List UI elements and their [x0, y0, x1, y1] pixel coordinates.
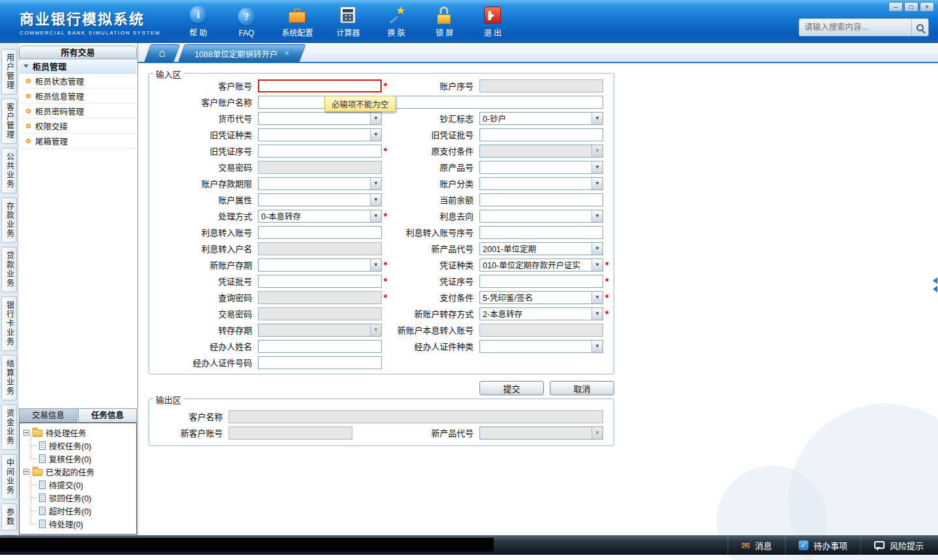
new-account-term-select[interactable]: ▼ [258, 259, 382, 272]
process-mode-select[interactable]: 0-本息转存▼ [258, 210, 382, 223]
toolbar-item-calculator[interactable]: 计算器 [335, 5, 361, 38]
operator-name-input[interactable] [258, 340, 382, 353]
chevron-down-icon[interactable]: ▼ [591, 341, 603, 352]
business-category-tab[interactable]: 资金业务 [1, 404, 17, 450]
required-star: * [603, 309, 612, 319]
chevron-down-icon[interactable]: ▼ [370, 113, 381, 124]
voucher-seq-input[interactable] [479, 275, 603, 288]
business-category-tab[interactable]: 参数 [1, 503, 17, 531]
statusbar-button-messages[interactable]: ✉消息 [728, 535, 785, 555]
tab-1088-unit-term-transfer-open[interactable]: 1088单位定期销转开户 × [178, 44, 306, 62]
tab-home[interactable]: ⌂ [144, 44, 180, 62]
sidebar-item[interactable]: 柜员状态管理 [19, 74, 137, 89]
cash-exchange-flag-select[interactable]: 0-钞户▼ [479, 112, 603, 125]
business-category-tab[interactable]: 存款业务 [1, 197, 17, 243]
close-button[interactable]: × [920, 2, 934, 12]
account-class-select[interactable]: ▼ [479, 177, 603, 190]
statusbar-button-todo[interactable]: ✓待办事项 [785, 535, 860, 555]
chevron-down-icon[interactable]: ▼ [370, 259, 381, 271]
new-transfer-mode-select[interactable]: 2-本息转存▼ [479, 307, 603, 320]
toolbar-item-skin[interactable]: ★换 肤 [383, 5, 409, 38]
chevron-down-icon[interactable]: ▼ [370, 178, 381, 189]
payment-condition-select[interactable]: 5-凭印鉴/签名▼ [479, 291, 603, 304]
cancel-button[interactable]: 取消 [550, 381, 614, 395]
old-voucher-seq-input[interactable] [258, 145, 382, 158]
sidebar-item[interactable]: 柜员信息管理 [19, 89, 137, 104]
chevron-down-icon[interactable]: ▼ [591, 292, 603, 303]
task-item[interactable]: 待处理(0) [23, 517, 136, 530]
task-item[interactable]: 驳回任务(0) [23, 491, 136, 504]
business-category-tab[interactable]: 银行卡业务 [1, 296, 17, 351]
new-product-code-select[interactable]: 2001-单位定期▼ [479, 242, 603, 255]
required-star: * [382, 292, 391, 303]
interest-in-account-seq-input[interactable] [479, 226, 603, 239]
toolbar-item-lock[interactable]: 锁 屏 [431, 5, 457, 38]
submit-button[interactable]: 提交 [479, 381, 544, 395]
risk-bubble-icon [874, 541, 885, 549]
interest-in-account-input[interactable] [258, 226, 382, 239]
task-item[interactable]: 复核任务(0) [23, 452, 136, 465]
business-category-tab[interactable]: 结算业务 [1, 355, 17, 400]
form-row: 凭证批号*凭证序号* [149, 273, 614, 289]
toolbar-item-help[interactable]: i帮 助 [185, 5, 211, 38]
chevron-down-icon[interactable]: ▼ [591, 113, 603, 124]
deposit-term-select[interactable]: ▼ [258, 177, 382, 190]
chevron-down-icon[interactable]: ▼ [591, 259, 603, 271]
business-category-tab[interactable]: 公共业务 [1, 148, 17, 193]
toolbar-item-faq[interactable]: ?FAQ [233, 7, 259, 38]
chevron-down-icon[interactable]: ▼ [591, 308, 603, 320]
operator-cert-type-select[interactable]: ▼ [479, 340, 603, 353]
toolbar-item-config[interactable]: 系统配置 [281, 5, 313, 38]
form-row: 账户存款期限▼账户分类▼ [149, 175, 614, 191]
business-category-tab[interactable]: 客户管理 [1, 98, 17, 144]
business-category-tab[interactable]: 用户管理 [1, 49, 17, 94]
old-voucher-batch-input[interactable] [479, 128, 603, 141]
task-group[interactable]: 已发起的任务 [23, 465, 136, 478]
search-button[interactable] [911, 19, 928, 36]
sidebar-tab-task-info[interactable]: 任务信息 [78, 408, 137, 423]
sidebar-item[interactable]: 权限交接 [19, 119, 137, 133]
sidebar-item-label: 权限交接 [35, 120, 68, 132]
customer-account-input[interactable] [258, 79, 382, 92]
chevron-down-icon[interactable]: ▼ [370, 210, 381, 222]
business-category-tab[interactable]: 贷款业务 [1, 247, 17, 292]
minimize-button[interactable]: – [888, 2, 903, 12]
sidebar-group-teller-mgmt[interactable]: 柜员管理 [19, 59, 137, 74]
search-input[interactable] [799, 23, 911, 32]
statusbar-button-risk[interactable]: 风险提示 [860, 535, 937, 555]
old-voucher-type-select[interactable]: ▼ [258, 128, 382, 141]
interest-in-account-seq-label: 利息转入账号序号 [391, 226, 479, 238]
task-item[interactable]: 超时任务(0) [23, 504, 136, 517]
customer-account-name-input[interactable] [258, 96, 603, 109]
voucher-type-select[interactable]: 010-单位定期存款开户证实▼ [479, 259, 603, 272]
operator-cert-no-input[interactable] [258, 356, 382, 369]
expander-icon[interactable] [23, 430, 29, 436]
task-group[interactable]: 待处理任务 [23, 426, 136, 439]
maximize-button[interactable]: □ [904, 2, 918, 12]
sidebar-tab-trade-info[interactable]: 交易信息 [19, 408, 78, 423]
task-tree: 待处理任务授权任务(0)复核任务(0)已发起的任务待提交(0)驳回任务(0)超时… [19, 423, 137, 535]
tab-close-icon[interactable]: × [285, 49, 289, 58]
chevron-down-icon[interactable]: ▼ [591, 161, 603, 173]
sidebar-item[interactable]: 尾箱管理 [19, 133, 137, 148]
task-item[interactable]: 待提交(0) [23, 478, 136, 491]
current-balance-input[interactable] [479, 193, 603, 206]
orig-product-code-select[interactable]: ▼ [479, 161, 603, 174]
chevron-down-icon[interactable]: ▼ [370, 129, 381, 141]
expander-icon[interactable] [23, 469, 29, 475]
task-item[interactable]: 授权任务(0) [23, 439, 136, 452]
chevron-down-icon[interactable]: ▼ [370, 194, 381, 206]
lock-icon [436, 5, 452, 25]
voucher-batch-input[interactable] [258, 275, 382, 288]
collapse-panel-handle[interactable] [933, 277, 937, 292]
sidebar-item[interactable]: 柜员密码管理 [19, 104, 137, 119]
account-attr-select[interactable]: ▼ [258, 193, 382, 206]
chevron-down-icon[interactable]: ▼ [591, 210, 603, 222]
sidebar-item-label: 柜员状态管理 [35, 75, 84, 87]
currency-code-select[interactable]: ▼ [258, 112, 382, 125]
chevron-down-icon[interactable]: ▼ [591, 178, 603, 189]
chevron-down-icon[interactable]: ▼ [591, 243, 603, 255]
interest-direction-select[interactable]: ▼ [479, 210, 603, 223]
toolbar-item-exit[interactable]: 退 出 [479, 5, 505, 38]
business-category-tab[interactable]: 中间业务 [1, 454, 17, 499]
